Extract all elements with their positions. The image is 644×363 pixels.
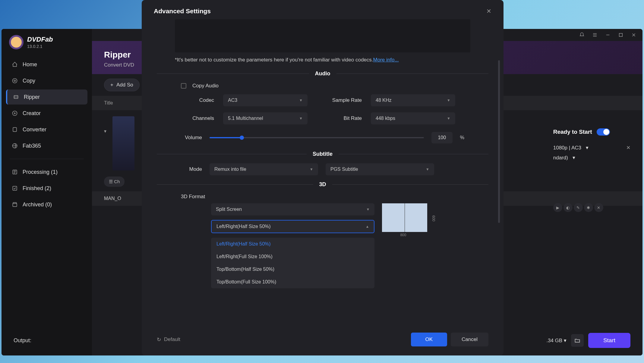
nav-label: Creator	[23, 110, 41, 117]
bitrate-select[interactable]: 448 kbps ▼	[371, 112, 455, 124]
3d-layout-select[interactable]: Left/Right(Half Size 50%) ▲	[211, 220, 374, 233]
nav-ripper[interactable]: Ripper	[6, 89, 87, 105]
maximize-icon[interactable]	[618, 32, 623, 38]
globe-icon	[11, 142, 18, 149]
volume-value[interactable]: 100	[431, 132, 453, 143]
info-text: *It's better not to customize the parame…	[175, 57, 470, 63]
height-label: 600	[431, 215, 436, 221]
modal-footer: ↻ Default OK Cancel	[142, 325, 504, 355]
nav-fab365[interactable]: Fab365	[6, 138, 87, 153]
svg-rect-4	[13, 127, 17, 131]
notification-icon[interactable]	[579, 32, 585, 38]
converter-icon	[11, 126, 18, 133]
chevron-down-icon: ▼	[426, 167, 429, 171]
preview-icon[interactable]: ◐	[564, 203, 573, 212]
svg-rect-7	[13, 186, 17, 190]
subtitle-mode-select[interactable]: Remux into file ▼	[210, 163, 318, 175]
3d-format-controls: Split Screen ▼ Left/Right(Half Size 50%)…	[211, 203, 434, 288]
percent-label: %	[460, 135, 464, 140]
close-window-icon[interactable]	[631, 32, 636, 38]
chevron-down-icon: ▼	[447, 98, 450, 102]
home-icon	[11, 61, 18, 68]
dropdown-option[interactable]: Left/Right(Full Size 100%)	[211, 250, 374, 263]
delete-icon[interactable]: ✕	[594, 203, 603, 212]
chevron-up-icon: ▲	[366, 224, 369, 229]
menu-icon[interactable]	[592, 32, 598, 38]
app-logo	[9, 35, 24, 49]
audio-section-divider: Audio	[157, 70, 488, 77]
movie-poster[interactable]	[112, 116, 134, 171]
svg-point-1	[14, 80, 16, 82]
subtitle-type-select[interactable]: PGS Subtitle ▼	[326, 163, 434, 175]
scrollbar[interactable]	[498, 60, 500, 223]
play-icon[interactable]: ▶	[553, 203, 562, 212]
subtitle-row: Mode Remux into file ▼ PGS Subtitle ▼	[181, 163, 464, 175]
volume-slider[interactable]	[210, 137, 424, 138]
ripper-icon	[13, 94, 19, 100]
chevron-down-icon[interactable]: ▾	[104, 128, 106, 134]
nav-label: Copy	[23, 78, 35, 84]
svg-point-0	[13, 79, 17, 83]
bitrate-label: Bit Rate	[317, 115, 362, 121]
3d-section-divider: 3D	[157, 181, 488, 188]
copy-audio-checkbox[interactable]	[181, 83, 186, 89]
add-source-button[interactable]: + Add So	[104, 79, 140, 91]
nav-label: Ripper	[24, 94, 40, 100]
width-label: 800	[400, 233, 406, 237]
channels-label: Channels	[181, 115, 214, 121]
nav-label: Processing (1)	[23, 169, 58, 175]
split-screen-select[interactable]: Split Screen ▼	[211, 203, 374, 215]
subtitle-section-divider: Subtitle	[157, 151, 488, 157]
nav-copy[interactable]: Copy	[6, 73, 87, 88]
ready-toggle[interactable]	[597, 128, 610, 136]
close-icon[interactable]: ✕	[486, 8, 491, 15]
settings-icon[interactable]: ✱	[584, 203, 593, 212]
nav-label: Finished (2)	[23, 185, 51, 192]
creator-icon	[11, 110, 18, 117]
chevron-down-icon: ▼	[310, 167, 313, 171]
cancel-button[interactable]: Cancel	[451, 333, 488, 346]
ok-button[interactable]: OK	[411, 333, 447, 346]
nav-finished[interactable]: Finished (2)	[6, 181, 87, 196]
channels-select[interactable]: 5.1 Multichannel ▼	[223, 112, 308, 124]
nav-creator[interactable]: Creator	[6, 106, 87, 121]
remove-icon[interactable]: ✕	[626, 145, 630, 151]
chevron-down-icon: ▼	[299, 98, 303, 102]
copy-audio-label: Copy Audio	[192, 83, 219, 89]
chevron-down-icon: ▾	[573, 155, 575, 161]
choose-button[interactable]: ☰ Ch	[104, 177, 125, 187]
dropdown-option[interactable]: Left/Right(Half Size 50%)	[211, 238, 374, 250]
start-button[interactable]: Start	[588, 333, 630, 348]
nav-label: Converter	[23, 127, 46, 133]
chevron-down-icon: ▼	[447, 116, 450, 120]
samplerate-select[interactable]: 48 KHz ▼	[371, 94, 455, 106]
modal-title: Advanced Settings	[154, 8, 211, 15]
finished-icon	[11, 185, 18, 192]
minimize-icon[interactable]	[605, 32, 611, 38]
nav-converter[interactable]: Converter	[6, 122, 87, 137]
default-button[interactable]: ↻ Default	[157, 336, 180, 343]
modal-body: *It's better not to customize the parame…	[142, 19, 504, 325]
folder-button[interactable]	[571, 334, 584, 347]
volume-label: Volume	[181, 135, 202, 141]
app-version: 13.0.2.1	[27, 44, 53, 49]
nav-processing[interactable]: Processing (1)	[6, 164, 87, 180]
dropdown-option[interactable]: Top/Bottom(Full Size 100%)	[211, 276, 374, 288]
nav-archived[interactable]: Archived (0)	[6, 197, 87, 212]
nav-label: Home	[23, 61, 37, 68]
more-info-link[interactable]: More info...	[373, 57, 399, 63]
logo-area: DVDFab 13.0.2.1	[6, 35, 87, 57]
quality-selector[interactable]: ndard) ▾	[553, 155, 630, 161]
dropdown-option[interactable]: Top/Bottom(Half Size 50%)	[211, 263, 374, 276]
svg-rect-8	[13, 204, 17, 207]
format-selector[interactable]: 1080p | AC3 ▾ ✕	[553, 145, 630, 151]
nav-label: Fab365	[23, 143, 41, 149]
ready-status: Ready to Start	[553, 128, 630, 136]
chevron-down-icon: ▼	[299, 116, 303, 120]
row-actions: ▶ ◐ ✎ ✱ ✕	[553, 203, 630, 212]
nav-label: Archived (0)	[23, 202, 52, 208]
codec-select[interactable]: AC3 ▼	[223, 94, 308, 106]
nav-home[interactable]: Home	[6, 57, 87, 72]
app-name: DVDFab	[27, 36, 53, 43]
edit-icon[interactable]: ✎	[574, 203, 583, 212]
